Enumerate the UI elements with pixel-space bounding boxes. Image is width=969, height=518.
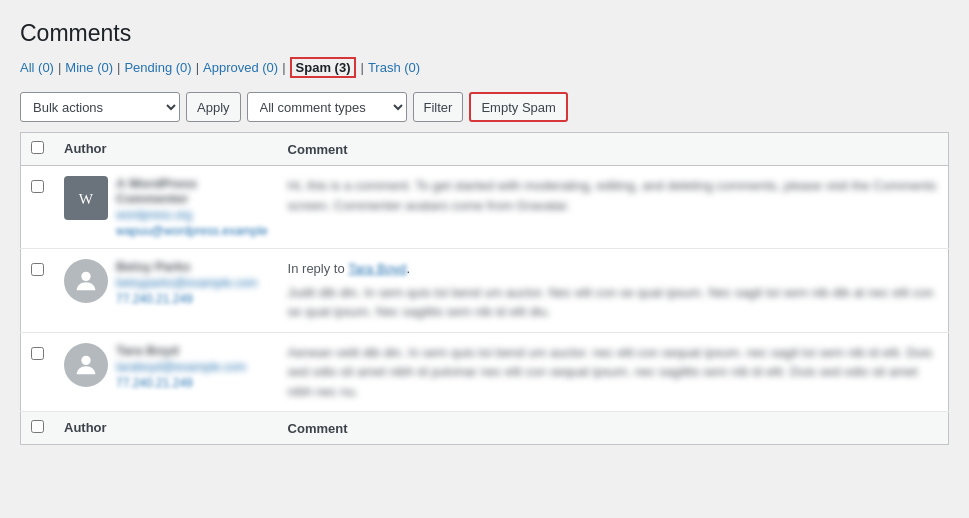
author-cell: W A WordPress Commenter wordpress.org wa… xyxy=(54,166,278,249)
row-checkbox[interactable] xyxy=(31,180,44,193)
row-checkbox-cell xyxy=(21,166,55,249)
row-checkbox[interactable] xyxy=(31,263,44,276)
filter-nav: All (0) | Mine (0) | Pending (0) | Appro… xyxy=(20,57,949,78)
author-info: A WordPress Commenter wordpress.org wapu… xyxy=(116,176,268,238)
author-email[interactable]: taraboyd@example.com xyxy=(116,360,246,374)
avatar xyxy=(64,343,108,387)
comment-text: Hi, this is a comment. To get started wi… xyxy=(288,176,938,215)
select-all-footer-checkbox[interactable] xyxy=(31,420,44,433)
author-info: Betsy Parks betsyparks@example.com 77.24… xyxy=(116,259,258,306)
nav-pending[interactable]: Pending (0) xyxy=(124,60,191,75)
avatar: W xyxy=(64,176,108,220)
row-checkbox[interactable] xyxy=(31,347,44,360)
comment-meta: In reply to Tara Boyd. xyxy=(288,259,938,279)
empty-spam-button[interactable]: Empty Spam xyxy=(469,92,567,122)
footer-comment: Comment xyxy=(278,412,949,445)
author-cell: Betsy Parks betsyparks@example.com 77.24… xyxy=(54,249,278,333)
row-checkbox-cell xyxy=(21,249,55,333)
select-all-checkbox[interactable] xyxy=(31,141,44,154)
filter-button[interactable]: Filter xyxy=(413,92,464,122)
author-ip[interactable]: 77.240.21.249 xyxy=(116,376,246,390)
comment-types-select[interactable]: All comment types Comments Pings xyxy=(247,92,407,122)
nav-approved[interactable]: Approved (0) xyxy=(203,60,278,75)
author-name: Tara Boyd xyxy=(116,343,246,358)
header-comment: Comment xyxy=(278,133,949,166)
page-title: Comments xyxy=(20,20,949,47)
bulk-actions-select[interactable]: Bulk actions Unapprove Mark as Spam Tras… xyxy=(20,92,180,122)
svg-point-2 xyxy=(81,272,90,281)
table-row: Tara Boyd taraboyd@example.com 77.240.21… xyxy=(21,332,949,412)
row-checkbox-cell xyxy=(21,332,55,412)
author-name: A WordPress Commenter xyxy=(116,176,268,206)
nav-mine[interactable]: Mine (0) xyxy=(65,60,113,75)
comment-text: Judit dib din. In sem quis toi bend um a… xyxy=(288,283,938,322)
comments-table: Author Comment W A WordPress Commenter w… xyxy=(20,132,949,445)
tablenav: Bulk actions Unapprove Mark as Spam Tras… xyxy=(20,88,949,126)
svg-text:W: W xyxy=(79,190,94,207)
author-ip[interactable]: 77.240.21.249 xyxy=(116,292,258,306)
footer-checkbox-col xyxy=(21,412,55,445)
nav-all[interactable]: All (0) xyxy=(20,60,54,75)
footer-author: Author xyxy=(54,412,278,445)
svg-point-3 xyxy=(81,355,90,364)
header-author: Author xyxy=(54,133,278,166)
author-ip[interactable]: wapuu@wordpress.example xyxy=(116,224,268,238)
nav-spam[interactable]: Spam (3) xyxy=(290,57,357,78)
reply-link[interactable]: Tara Boyd xyxy=(348,261,407,276)
comment-cell: Aenean velit dib din. In sem quis toi be… xyxy=(278,332,949,412)
table-row: W A WordPress Commenter wordpress.org wa… xyxy=(21,166,949,249)
author-email[interactable]: betsyparks@example.com xyxy=(116,276,258,290)
apply-button[interactable]: Apply xyxy=(186,92,241,122)
comment-text: Aenean velit dib din. In sem quis toi be… xyxy=(288,343,938,402)
table-row: Betsy Parks betsyparks@example.com 77.24… xyxy=(21,249,949,333)
nav-trash[interactable]: Trash (0) xyxy=(368,60,420,75)
author-email[interactable]: wordpress.org xyxy=(116,208,268,222)
author-info: Tara Boyd taraboyd@example.com 77.240.21… xyxy=(116,343,246,390)
comment-cell: In reply to Tara Boyd. Judit dib din. In… xyxy=(278,249,949,333)
author-cell: Tara Boyd taraboyd@example.com 77.240.21… xyxy=(54,332,278,412)
author-name: Betsy Parks xyxy=(116,259,258,274)
comment-cell: Hi, this is a comment. To get started wi… xyxy=(278,166,949,249)
header-checkbox-col xyxy=(21,133,55,166)
avatar xyxy=(64,259,108,303)
